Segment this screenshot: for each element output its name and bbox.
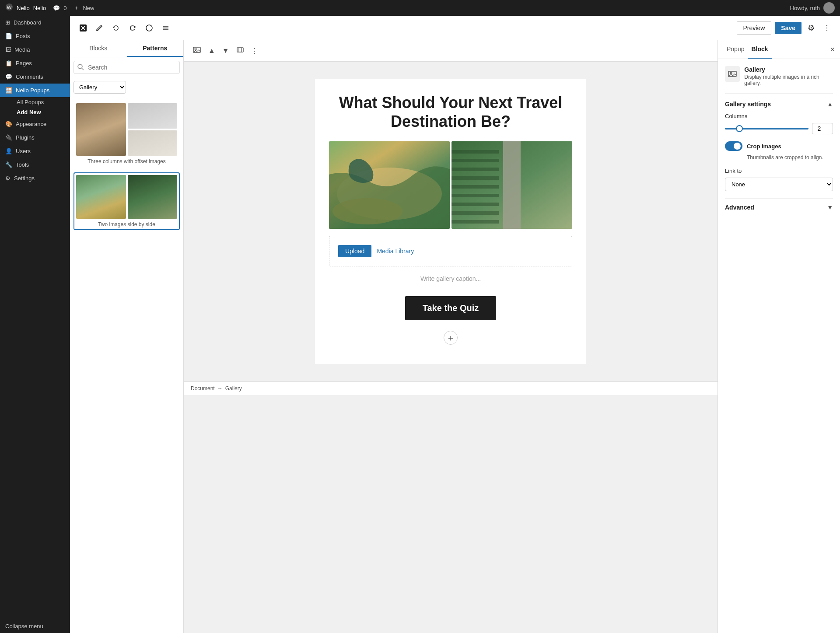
svg-rect-21 <box>452 159 499 162</box>
media-library-link[interactable]: Media Library <box>377 248 414 255</box>
sidebar: ⊞ Dashboard 📄 Posts 🖼 Media 📋 Pages 💬 Co… <box>0 16 70 633</box>
save-button[interactable]: Save <box>775 22 802 34</box>
users-icon: 👤 <box>5 148 12 154</box>
gallery-info: Gallery Display multiple images in a ric… <box>725 66 833 94</box>
sidebar-item-plugins[interactable]: 🔌 Plugins <box>0 131 70 144</box>
pattern-two-images-label: Two images side by side <box>76 221 177 227</box>
svg-point-11 <box>195 48 196 50</box>
search-input[interactable] <box>74 61 180 74</box>
canvas-align-btn[interactable] <box>234 44 246 57</box>
columns-input[interactable] <box>812 123 833 134</box>
tab-patterns[interactable]: Patterns <box>127 40 184 57</box>
gallery-caption[interactable]: Write gallery caption... <box>329 272 572 286</box>
pattern-three-columns-label: Three columns with offset images <box>76 158 177 164</box>
new-label[interactable]: New <box>83 5 94 11</box>
comments-icon[interactable]: 💬 <box>53 5 60 11</box>
site-name-label[interactable]: Nelio <box>33 5 46 11</box>
block-sidebar-tabs: Blocks Patterns <box>70 40 183 57</box>
link-to-select[interactable]: None Media File Attachment Page <box>725 178 833 191</box>
editor-content-row: Blocks Patterns Gallery <box>70 40 840 633</box>
gallery-block-title: Gallery <box>744 66 833 73</box>
redo-button[interactable] <box>126 21 139 35</box>
comments-menu-icon: 💬 <box>5 73 12 80</box>
block-search <box>70 57 183 77</box>
pattern-item-two-images[interactable]: Two images side by side <box>74 172 180 230</box>
dashboard-icon: ⊞ <box>5 19 10 26</box>
sidebar-item-nelio-popups[interactable]: 🪟 Nelio Popups <box>0 84 70 97</box>
canvas-move-up-btn[interactable]: ▲ <box>206 45 217 56</box>
pen-button[interactable] <box>93 21 106 35</box>
tools-icon: 🔧 <box>5 161 12 168</box>
sidebar-item-users[interactable]: 👤 Users <box>0 144 70 158</box>
sidebar-item-label: Users <box>16 148 31 154</box>
sidebar-item-posts[interactable]: 📄 Posts <box>0 29 70 43</box>
upload-area: Upload Media Library <box>329 236 572 266</box>
crop-toggle-label[interactable] <box>725 141 742 151</box>
gallery-settings-title: Gallery settings <box>725 101 771 108</box>
sidebar-item-pages[interactable]: 📋 Pages <box>0 56 70 70</box>
more-options-button[interactable]: ⋮ <box>821 21 833 35</box>
right-panel-close-button[interactable]: × <box>830 45 835 54</box>
site-name[interactable]: Nelio <box>17 5 30 11</box>
crop-images-sub: Thumbnails are cropped to align. <box>747 154 833 161</box>
add-block-button[interactable]: ＋ <box>444 331 458 345</box>
canvas-image-icon[interactable] <box>191 44 203 58</box>
advanced-header[interactable]: Advanced ▼ <box>725 204 833 211</box>
upload-button[interactable]: Upload <box>338 245 371 257</box>
quiz-button[interactable]: Take the Quiz <box>405 296 497 320</box>
right-panel-content: Gallery Display multiple images in a ric… <box>718 59 840 218</box>
canvas-content: What Should Your Next Travel Destination… <box>184 62 718 381</box>
sidebar-item-appearance[interactable]: 🎨 Appearance <box>0 117 70 131</box>
sidebar-item-comments[interactable]: 💬 Comments <box>0 70 70 84</box>
top-bar: W Nelio Nelio 💬 0 ＋ New Howdy, ruth <box>0 0 840 16</box>
tab-blocks[interactable]: Blocks <box>70 40 127 57</box>
sidebar-item-dashboard[interactable]: ⊞ Dashboard <box>0 16 70 29</box>
gallery-filter-select[interactable]: Gallery <box>74 81 126 94</box>
breadcrumb-document[interactable]: Document <box>191 385 215 392</box>
sidebar-item-label: Appearance <box>16 121 46 127</box>
canvas-move-down-btn[interactable]: ▼ <box>220 45 231 56</box>
new-icon[interactable]: ＋ <box>74 4 79 12</box>
right-panel-tabs: Popup Block × <box>718 40 840 59</box>
info-button[interactable]: i <box>143 21 156 35</box>
nelio-icon: 🪟 <box>5 87 12 94</box>
svg-rect-28 <box>452 220 499 224</box>
svg-text:i: i <box>149 26 150 31</box>
advanced-toggle-button[interactable]: ▼ <box>827 204 833 211</box>
gallery-image-left <box>329 141 450 229</box>
editor-area: i Preview Save ⚙ ⋮ <box>70 16 840 633</box>
collapse-label: Collapse menu <box>5 623 43 630</box>
post-title[interactable]: What Should Your Next Travel Destination… <box>329 93 572 131</box>
preview-button[interactable]: Preview <box>737 21 772 35</box>
sidebar-item-tools[interactable]: 🔧 Tools <box>0 158 70 171</box>
all-popups-label: All Popups <box>17 99 44 105</box>
sidebar-item-media[interactable]: 🖼 Media <box>0 43 70 56</box>
svg-rect-22 <box>452 168 499 171</box>
breadcrumb-separator: → <box>217 385 223 392</box>
canvas-block: What Should Your Next Travel Destination… <box>315 79 586 364</box>
settings-button[interactable]: ⚙ <box>805 21 817 35</box>
pattern-item-three-columns[interactable]: Three columns with offset images <box>74 101 180 167</box>
sidebar-item-label: Comments <box>16 73 43 80</box>
gallery-block[interactable] <box>329 141 572 229</box>
sidebar-sub-add-new[interactable]: Add New <box>0 107 70 117</box>
sidebar-sub-all-popups[interactable]: All Popups <box>0 97 70 107</box>
comments-count: 0 <box>63 5 66 11</box>
columns-setting: Columns <box>725 113 833 134</box>
crop-images-toggle-row: Crop images <box>725 141 833 151</box>
user-avatar[interactable] <box>823 2 835 14</box>
tab-block[interactable]: Block <box>748 40 771 59</box>
gallery-settings-toggle[interactable]: ▲ <box>827 101 833 108</box>
sidebar-item-settings[interactable]: ⚙ Settings <box>0 171 70 185</box>
tab-popup[interactable]: Popup <box>723 40 748 59</box>
sidebar-item-label: Nelio Popups <box>16 87 49 94</box>
pages-icon: 📋 <box>5 60 12 66</box>
undo-button[interactable] <box>109 21 122 35</box>
columns-slider[interactable] <box>725 128 808 129</box>
close-button[interactable] <box>77 22 89 34</box>
breadcrumb-gallery[interactable]: Gallery <box>225 385 242 392</box>
collapse-menu[interactable]: Collapse menu <box>0 619 70 633</box>
list-view-button[interactable] <box>159 21 172 35</box>
canvas-more-options-btn[interactable]: ⋮ <box>249 45 260 57</box>
editor-toolbar: i Preview Save ⚙ ⋮ <box>70 16 840 40</box>
